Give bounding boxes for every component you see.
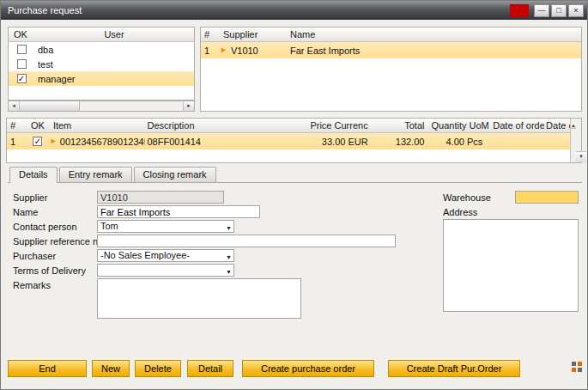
scroll-right-icon[interactable]: ► [183,101,194,111]
suppliers-table-header: # Supplier Name [201,27,581,42]
items-header-total: Total [375,120,428,131]
table-row[interactable]: test [9,57,194,71]
purchaser-label: Purchaser [13,250,56,263]
tab-entry-remark[interactable]: Entry remark [59,167,132,182]
item-ok-checkbox[interactable]: ✓ [33,137,42,146]
address-label: Address [443,206,477,219]
item-total: 132.00 [375,137,428,147]
close-button[interactable]: × [568,4,584,17]
items-header-ok: OK [26,120,50,131]
users-header-user: User [34,29,194,40]
item-quantity: 4.00 Pcs [427,137,489,147]
create-draft-pur-order-button[interactable]: Create Draft Pur.Order [388,360,520,377]
items-header-item: Item [50,120,146,131]
items-vertical-scrollbar[interactable]: ▲ ▼ [570,119,581,162]
remarks-field[interactable] [97,278,301,319]
items-header-description: Description [146,120,289,131]
name-field[interactable] [97,205,260,218]
users-horizontal-scrollbar[interactable]: ◄ ► [8,101,195,112]
user-checkbox[interactable] [17,45,27,54]
minimize-button[interactable]: — [534,4,549,17]
suppliers-table: # Supplier Name 1 ► V1010 Far East Impor… [200,27,582,112]
users-table-header: OK User [9,27,194,42]
users-table: OK User dba test ✓ manager [8,27,195,101]
user-name: test [34,59,194,70]
warehouse-field[interactable] [515,191,579,204]
supplier-name: Far East Imports [288,46,581,56]
item-description: 08FF001414 [145,137,288,147]
supplier-reference-label: Supplier reference nu [13,235,103,248]
contact-person-value: Tom [100,221,118,231]
chevron-down-icon: ▼ [226,222,232,234]
table-row[interactable]: 1 ► V1010 Far East Imports [201,42,581,58]
maximize-button[interactable]: □ [551,4,567,17]
items-table: # OK Item Description Price Currenc Tota… [6,118,582,163]
remarks-label: Remarks [13,279,51,292]
terms-of-delivery-label: Terms of Delivery [13,265,86,277]
create-purchase-order-button[interactable]: Create purchase order [242,360,374,377]
link-arrow-icon[interactable]: ► [220,46,227,55]
chevron-down-icon: ▼ [226,266,232,277]
row-number: 1 [7,137,26,147]
contact-person-label: Contact person [13,221,77,234]
delete-button[interactable]: Delete [135,360,181,377]
terms-of-delivery-select[interactable]: ▼ [97,264,234,277]
items-header-price: Price Currenc [289,120,375,131]
link-arrow-icon[interactable]: ► [50,137,58,146]
chevron-down-icon: ▼ [226,252,232,263]
item-code: 001234567890123456 [60,137,146,147]
supplier-code: V1010 [231,46,258,56]
name-label: Name [13,206,38,219]
purchase-request-window: Purchase request — □ × OK User dba test … [0,0,588,390]
user-checkbox[interactable] [17,59,27,69]
scroll-up-icon[interactable]: ▲ [571,123,576,129]
contact-person-select[interactable]: Tom ▼ [97,220,234,233]
item-price: 33.00 EUR [289,137,375,147]
detail-button[interactable]: Detail [187,360,233,377]
items-table-header: # OK Item Description Price Currenc Tota… [7,119,581,133]
new-button[interactable]: New [92,360,130,377]
users-header-ok: OK [9,29,34,40]
table-row[interactable]: 1 ✓ ► 001234567890123456 08FF001414 33.0… [7,133,570,149]
user-name: dba [34,45,194,55]
user-name: manager [34,74,194,84]
table-row[interactable]: dba [9,42,194,57]
purchaser-select[interactable]: -No Sales Employee- ▼ [97,249,234,262]
close-icon: × [573,6,578,15]
suppliers-header-name: Name [288,29,581,40]
scrollbar-thumb[interactable] [20,101,80,111]
items-header-date-c: Date c [544,120,570,131]
scroll-left-icon[interactable]: ◄ [9,101,20,111]
scroll-down-icon[interactable]: ▼ [576,151,586,162]
items-header-quantity: Quantity UoM [427,120,489,131]
row-number: 1 [201,46,220,56]
suppliers-header-supplier: Supplier [220,29,288,40]
supplier-label: Supplier [13,192,47,204]
supplier-field [97,191,224,204]
end-button[interactable]: End [8,360,87,377]
address-box[interactable] [443,219,579,312]
warehouse-label: Warehouse [443,192,491,204]
resize-grip-icon[interactable] [572,362,582,372]
red-indicator [510,4,529,17]
tab-bar: Details Entry remark Closing remark [9,167,218,183]
supplier-reference-field[interactable] [97,235,396,247]
title-bar: Purchase request — □ × [1,1,587,20]
tab-closing-remark[interactable]: Closing remark [134,167,216,182]
maximize-icon: □ [556,6,561,15]
suppliers-header-num: # [201,29,220,40]
window-title: Purchase request [8,5,510,15]
tab-details[interactable]: Details [9,167,58,183]
items-header-date-of-order: Date of order [489,120,544,131]
table-row[interactable]: ✓ manager [9,71,194,86]
minimize-icon: — [538,6,546,15]
items-header-num: # [7,120,26,131]
user-checkbox[interactable]: ✓ [17,74,27,83]
purchaser-value: -No Sales Employee- [100,250,190,260]
